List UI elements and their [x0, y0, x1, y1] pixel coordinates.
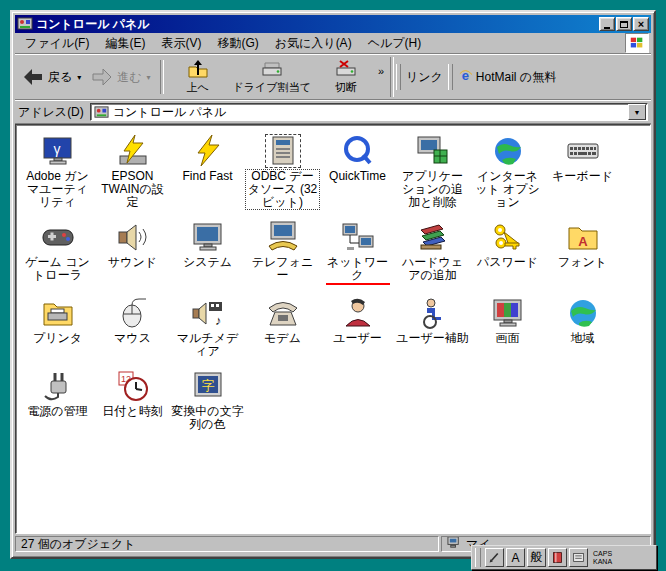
maximize-button[interactable] — [616, 17, 632, 31]
control-panel-item[interactable]: EPSON TWAINの設定 — [95, 135, 170, 209]
menu-item-favorites[interactable]: お気に入り(A) — [267, 33, 360, 54]
display-icon — [491, 297, 525, 329]
control-panel-item[interactable]: マウス — [95, 297, 170, 358]
power-icon — [41, 370, 75, 402]
map-drive-button[interactable]: ドライブ割当て — [228, 56, 316, 98]
forward-label: 進む — [117, 69, 141, 86]
control-panel-icon — [17, 16, 33, 32]
item-label: プリンタ — [33, 332, 82, 345]
control-panel-item[interactable]: ネットワーク — [320, 221, 395, 285]
window-title: コントロール パネル — [36, 16, 595, 33]
menu-item-file[interactable]: ファイル(F) — [17, 33, 97, 54]
address-label: アドレス(D) — [18, 104, 84, 121]
control-panel-item[interactable]: ハードウェアの追加 — [395, 221, 470, 285]
control-panel-item[interactable]: モデム — [245, 297, 320, 358]
item-label: システム — [183, 256, 232, 269]
address-folder-icon — [94, 105, 109, 120]
item-label: モデム — [264, 332, 301, 345]
control-panel-item[interactable]: Aフォント — [545, 221, 620, 285]
network-icon — [341, 221, 375, 253]
control-panel-item[interactable]: インターネット オプション — [470, 135, 545, 209]
up-label: 上へ — [186, 80, 208, 95]
menu-item-help[interactable]: ヘルプ(H) — [360, 33, 430, 54]
icon-grid: γAdobe ガンマユーティリティEPSON TWAINの設定Find Fast… — [20, 135, 650, 443]
menu-item-view[interactable]: 表示(V) — [153, 33, 209, 54]
control-panel-item[interactable]: システム — [170, 221, 245, 285]
control-panel-item[interactable]: サウンド — [95, 221, 170, 285]
control-panel-item[interactable]: 画面 — [470, 297, 545, 358]
control-panel-item[interactable]: 字変換中の文字列の色 — [170, 370, 245, 431]
control-panel-item[interactable]: 電源の管理 — [20, 370, 95, 431]
addremove-icon — [416, 135, 450, 167]
close-button[interactable]: × — [633, 17, 649, 31]
my-computer-icon — [447, 536, 462, 552]
address-dropdown-button[interactable]: ▼ — [628, 104, 646, 120]
control-panel-window: コントロール パネル × ファイル(F)編集(E)表示(V)移動(G)お気に入り… — [10, 10, 656, 559]
back-dropdown-arrow[interactable]: ▾ — [77, 73, 81, 82]
control-panel-item[interactable]: 12日付と時刻 — [95, 370, 170, 431]
address-combo[interactable]: コントロール パネル ▼ — [90, 103, 648, 121]
control-panel-item[interactable]: ゲーム コントローラ — [20, 221, 95, 285]
ime-input-mode-button[interactable]: A — [506, 548, 525, 567]
ime-pen-button[interactable] — [485, 548, 504, 567]
item-label: 地域 — [571, 332, 595, 345]
item-label: ユーザー補助 — [396, 332, 469, 345]
map-drive-icon — [261, 59, 283, 79]
keyboard-icon — [566, 135, 600, 167]
item-label: インターネット オプション — [471, 170, 544, 209]
back-button[interactable]: 戻る ▾ — [17, 61, 86, 93]
control-panel-item[interactable]: 地域 — [545, 297, 620, 358]
bolt-icon — [191, 135, 225, 167]
menu-item-go[interactable]: 移動(G) — [209, 33, 266, 54]
dictionary-icon — [551, 551, 564, 564]
disconnect-button[interactable]: 切断 — [316, 56, 376, 98]
gamepad-icon — [41, 221, 75, 253]
globe2-icon — [566, 297, 600, 329]
control-panel-item[interactable]: テレフォニー — [245, 221, 320, 285]
books-icon — [416, 221, 450, 253]
control-panel-item[interactable]: アプリケーションの追加と削除 — [395, 135, 470, 209]
control-panel-item[interactable]: γAdobe ガンマユーティリティ — [20, 135, 95, 209]
speaker-icon — [116, 221, 150, 253]
ime-conversion-mode-button[interactable]: 般 — [527, 548, 546, 567]
control-panel-item[interactable]: ユーザー補助 — [395, 297, 470, 358]
item-label: Find Fast — [182, 170, 232, 183]
ime-grip[interactable] — [475, 548, 481, 567]
gamma-icon: γ — [41, 135, 75, 167]
links-grip[interactable] — [396, 64, 401, 90]
ime-properties-button[interactable] — [569, 548, 588, 567]
forward-dropdown-arrow[interactable]: ▾ — [147, 73, 151, 82]
item-label: 画面 — [496, 332, 520, 345]
item-label: ユーザー — [333, 332, 382, 345]
item-label: パスワード — [477, 256, 538, 269]
forward-button[interactable]: 進む ▾ — [86, 61, 155, 93]
control-panel-item[interactable]: キーボード — [545, 135, 620, 209]
keys-icon — [491, 221, 525, 253]
item-label: EPSON TWAINの設定 — [96, 170, 169, 209]
control-panel-item[interactable]: QuickTime — [320, 135, 395, 209]
minimize-button[interactable] — [599, 17, 615, 31]
hotmail-link[interactable]: e HotMail の無料 — [458, 68, 556, 86]
foldera-icon: A — [566, 221, 600, 253]
disconnect-label: 切断 — [335, 80, 357, 95]
boltdark-icon — [116, 135, 150, 167]
titlebar[interactable]: コントロール パネル × — [15, 15, 651, 33]
links-grip-2[interactable] — [448, 64, 453, 90]
control-panel-item[interactable]: パスワード — [470, 221, 545, 285]
ime-dictionary-button[interactable] — [548, 548, 567, 567]
item-label: マルチメディア — [171, 332, 244, 358]
control-panel-item[interactable]: ユーザー — [320, 297, 395, 358]
control-panel-item[interactable]: プリンタ — [20, 297, 95, 358]
hotmail-link-label: HotMail の無料 — [476, 69, 556, 86]
item-label: フォント — [558, 256, 607, 269]
item-label: Adobe ガンマユーティリティ — [21, 170, 94, 209]
menu-item-edit[interactable]: 編集(E) — [97, 33, 153, 54]
up-button[interactable]: 上へ — [168, 56, 228, 98]
minimize-icon — [604, 27, 610, 29]
toolbar-overflow-chevron[interactable]: » — [378, 65, 384, 77]
control-panel-item[interactable]: Find Fast — [170, 135, 245, 209]
maximize-icon — [620, 21, 628, 28]
links-band: リンク e HotMail の無料 — [396, 57, 649, 97]
control-panel-item[interactable]: ♪マルチメディア — [170, 297, 245, 358]
control-panel-item[interactable]: ODBC データソース (32ビット) — [245, 135, 320, 209]
